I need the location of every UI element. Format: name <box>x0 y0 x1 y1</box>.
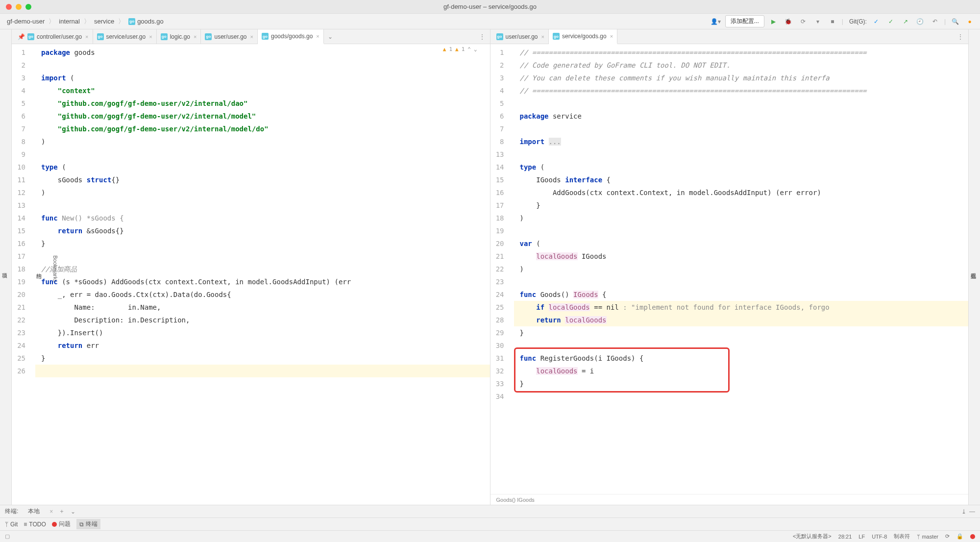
line-number: 21 <box>490 250 514 263</box>
toolwindow-todo[interactable]: ≡ TODO <box>24 521 46 528</box>
sidebar-remote-host[interactable]: 远程主机 <box>969 266 978 272</box>
tab-logic[interactable]: gologic.go× <box>157 29 201 44</box>
error-indicator-icon[interactable] <box>970 534 975 539</box>
user-dropdown-icon[interactable]: 👤▾ <box>710 16 721 27</box>
code-token: // =====================================… <box>520 87 867 95</box>
run-config-dropdown[interactable]: 添加配置... <box>725 15 764 27</box>
code-token: (s *sGoods) AddGoods(ctx context.Context… <box>62 278 351 286</box>
line-number: 12 <box>12 186 35 199</box>
close-icon[interactable]: × <box>149 34 152 40</box>
label: 问题 <box>59 520 71 528</box>
code-body-right[interactable]: // =====================================… <box>514 44 969 494</box>
toolwindow-git[interactable]: ᛘ Git <box>5 521 18 528</box>
code-token: service <box>553 112 582 120</box>
git-commit-icon[interactable]: ✓ <box>885 16 896 27</box>
breadcrumb-project[interactable]: gf-demo-user <box>5 17 47 26</box>
code-token: New() *sGoods { <box>62 214 123 222</box>
chevron-up-icon[interactable]: ⌃ <box>467 46 471 52</box>
notifications-icon[interactable]: ● <box>964 16 975 27</box>
code-token: err <box>87 342 99 349</box>
status-bar-icon[interactable]: ▢ <box>5 533 10 540</box>
status-line-separator[interactable]: LF <box>858 534 865 540</box>
tab-service-goods[interactable]: goservice/goods.go× <box>549 29 617 44</box>
terminal-tabs: 终端: 本地 × ＋ ⌄ ⤓ — <box>0 505 980 517</box>
sync-icon[interactable]: ⟳ <box>945 533 950 540</box>
line-number: 7 <box>490 123 514 135</box>
git-push-icon[interactable]: ↗ <box>900 16 911 27</box>
editor-left[interactable]: 1 2 3 4 5 6 7 8 9 10 11 12 13 14 15 16 1 <box>12 44 490 505</box>
breadcrumb-file[interactable]: go goods.go <box>126 17 166 26</box>
sidebar-project[interactable]: 项目 <box>0 266 9 272</box>
git-update-icon[interactable]: ✓ <box>871 16 882 27</box>
line-number: 2 <box>12 59 35 72</box>
toolwindow-problems[interactable]: 问题 <box>52 520 71 528</box>
tab-user-user-right[interactable]: gouser/user.go× <box>492 29 549 44</box>
tab-menu-icon[interactable]: ⋮ <box>953 29 968 44</box>
minimize-panel-icon[interactable]: — <box>969 508 975 515</box>
tab-overflow-icon[interactable]: ⌄ <box>324 29 337 44</box>
terminal-tab-local[interactable]: 本地 <box>24 506 44 517</box>
editor-pane-right: gouser/user.go× goservice/goods.go× ⋮ 1 … <box>490 29 969 505</box>
tab-goods-goods[interactable]: gogoods/goods.go× <box>258 29 324 44</box>
code-token: { <box>598 291 607 298</box>
go-file-icon: go <box>97 33 104 40</box>
code-token: localGoods <box>536 367 577 375</box>
close-icon[interactable]: × <box>316 33 319 39</box>
status-indent[interactable]: 制表符 <box>894 533 910 540</box>
warning-count: 1 <box>449 46 452 52</box>
code-token: import <box>520 138 549 146</box>
search-icon[interactable]: 🔍 <box>950 16 960 27</box>
status-bar: ▢ <无默认服务器> 28:21 LF UTF-8 制表符 ᛘ master ⟳… <box>0 530 980 542</box>
code-token: }).Insert() <box>58 329 103 337</box>
line-number: 33 <box>490 377 514 390</box>
status-git-branch[interactable]: ᛘ master <box>917 534 938 540</box>
chevron-right-icon: 〉 <box>84 17 90 26</box>
inspection-summary[interactable]: ▲1 ▲1 ⌃ ⌄ <box>443 46 477 52</box>
code-body-left[interactable]: ▲1 ▲1 ⌃ ⌄ package goods import ( "contex… <box>35 44 490 505</box>
close-window-icon[interactable] <box>6 4 12 10</box>
close-icon[interactable]: × <box>194 34 196 40</box>
toolwindow-terminal[interactable]: ⧉ 终端 <box>76 519 100 529</box>
git-history-icon[interactable]: 🕘 <box>915 16 926 27</box>
breadcrumb-folder-service[interactable]: service <box>92 17 116 26</box>
close-icon[interactable]: × <box>541 34 544 40</box>
gutter-right: 1 2 3 4 5 6 7 8 13 14 15 16 17 18 19 20 <box>490 44 514 494</box>
tab-label: user/user.go <box>214 33 246 40</box>
debug-icon[interactable]: 🐞 <box>783 16 794 27</box>
profile-icon[interactable]: ▾ <box>812 16 823 27</box>
close-icon[interactable]: × <box>49 508 53 515</box>
minimize-window-icon[interactable] <box>16 4 22 10</box>
code-token: in.Name, <box>128 303 161 311</box>
tab-menu-icon[interactable]: ⋮ <box>474 29 490 44</box>
status-server[interactable]: <无默认服务器> <box>793 533 832 540</box>
traffic-lights <box>6 4 31 10</box>
git-revert-icon[interactable]: ↶ <box>930 16 940 27</box>
tab-service-user[interactable]: goservice/user.go× <box>93 29 157 44</box>
close-icon[interactable]: × <box>610 33 613 39</box>
code-breadcrumb[interactable]: Goods() IGoods <box>490 494 969 505</box>
code-token: localGoods <box>565 316 606 324</box>
status-encoding[interactable]: UTF-8 <box>872 534 887 540</box>
code-token: interface <box>565 176 606 184</box>
label: 终端 <box>86 520 98 528</box>
close-icon[interactable]: × <box>85 34 88 40</box>
status-cursor-position[interactable]: 28:21 <box>838 534 852 540</box>
bottom-toolwindows: ᛘ Git ≡ TODO 问题 ⧉ 终端 <box>0 517 980 530</box>
titlebar: gf-demo-user – service/goods.go <box>0 0 980 14</box>
coverage-icon[interactable]: ⟳ <box>798 16 808 27</box>
tab-controller-user[interactable]: 📌gocontroller/user.go× <box>14 29 93 44</box>
lock-icon[interactable]: 🔒 <box>956 533 963 540</box>
tab-user-user[interactable]: gouser/user.go× <box>201 29 257 44</box>
maximize-window-icon[interactable] <box>25 4 31 10</box>
run-icon[interactable]: ▶ <box>768 16 779 27</box>
stop-icon[interactable]: ■ <box>827 16 838 27</box>
close-icon[interactable]: × <box>250 34 253 40</box>
code-token: : "implement not found for interface IGo… <box>623 303 829 311</box>
editor-right[interactable]: 1 2 3 4 5 6 7 8 13 14 15 16 17 18 19 20 <box>490 44 969 494</box>
download-icon[interactable]: ⤓ <box>961 508 966 515</box>
code-token: // Code generated by GoFrame CLI tool. D… <box>520 61 731 69</box>
breadcrumb-folder-internal[interactable]: internal <box>57 17 82 26</box>
chevron-down-icon[interactable]: ⌄ <box>474 46 477 52</box>
add-icon[interactable]: ＋ <box>59 507 65 516</box>
chevron-down-icon[interactable]: ⌄ <box>71 508 75 515</box>
